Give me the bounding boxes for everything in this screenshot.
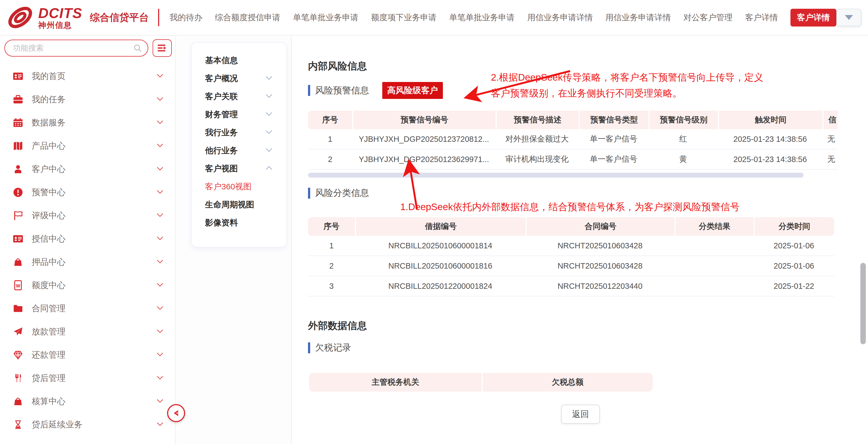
sidebar-item-home[interactable]: 我的首页 xyxy=(0,64,175,88)
nav-tab-customer-detail[interactable]: 客户详情 xyxy=(745,12,778,23)
chevron-down-icon xyxy=(845,15,853,20)
col-contract-no: 合同编号 xyxy=(526,217,674,236)
table-row: 1 NRCBILL2025010600001814 NRCHT202501060… xyxy=(308,236,834,256)
sidebar-item-label: 我的任务 xyxy=(32,94,65,105)
risk-warning-table: 序号 预警信号编号 预警信号描述 预警信号类型 预警信号级别 触发时间 信 1 … xyxy=(308,111,838,170)
sidebar-item-product-center[interactable]: 产品中心 xyxy=(0,134,175,157)
sidebar-item-customer-center[interactable]: 客户中心 xyxy=(0,157,175,181)
back-button[interactable]: 返回 xyxy=(561,405,600,424)
submenu-item-label: 影像资料 xyxy=(205,217,238,229)
chevron-down-icon xyxy=(265,148,273,153)
document-w-icon: W xyxy=(12,280,24,291)
annotation-2-line2: 客户预警级别，在业务侧执行不同受理策略。 xyxy=(491,85,764,101)
chevron-down-icon xyxy=(156,352,163,358)
submenu-item-lifecycle-view[interactable]: 生命周期视图 xyxy=(191,196,286,214)
chevron-down-icon xyxy=(156,213,163,218)
col-classify-result: 分类结果 xyxy=(674,217,753,236)
sidebar-item-label: 贷后延续业务 xyxy=(32,419,83,430)
tabs-overflow-dropdown[interactable] xyxy=(836,9,862,26)
nav-tab-under-limit[interactable]: 额度项下业务申请 xyxy=(371,12,437,23)
sidebar-item-post-loan-mgmt[interactable]: 贷后管理 xyxy=(0,366,175,390)
submenu-item-image-materials[interactable]: 影像资料 xyxy=(191,214,286,232)
chevron-down-icon xyxy=(156,189,163,195)
nav-tab-credit-apply[interactable]: 综合额度授信申请 xyxy=(215,12,280,23)
annotation-2: 2.根据DeepSeek传导策略，将客户名下预警信号向上传导，定义 客户预警级别… xyxy=(491,69,764,101)
nav-tab-loan-detail-1[interactable]: 用信业务申请详情 xyxy=(527,12,593,23)
risk-classification-label: 风险分类信息 xyxy=(315,187,369,199)
vertical-scrollbar[interactable] xyxy=(860,263,866,344)
risk-classification-section-header: 风险分类信息 xyxy=(308,187,369,199)
submenu-item-financial-mgmt[interactable]: 财务管理 xyxy=(191,106,286,123)
chevron-down-icon xyxy=(156,306,163,311)
sidebar-item-label: 数据服务 xyxy=(32,117,65,128)
brand-logo: DCITS 神州信息 综合信贷平台 xyxy=(6,3,149,32)
sidebar-item-accounting-center[interactable]: 核算中心 xyxy=(0,390,175,413)
submenu-item-label: 客户概况 xyxy=(205,73,238,84)
submenu-item-label: 客户360视图 xyxy=(205,181,251,193)
id-card-icon xyxy=(12,71,24,82)
table-row: 3 NRCBILL2025012200001824 NRCHT202501220… xyxy=(308,276,834,296)
sidebar-item-data-services[interactable]: 数据服务 xyxy=(0,111,175,134)
nav-tab-todo[interactable]: 我的待办 xyxy=(169,12,202,23)
sidebar-item-credit-center[interactable]: 授信中心 xyxy=(0,227,175,250)
sidebar-item-disbursement-mgmt[interactable]: 放款管理 xyxy=(0,320,175,343)
nav-tab-single-batch-2[interactable]: 单笔单批业务申请 xyxy=(449,12,515,23)
submenu-item-basic-info[interactable]: 基本信息 xyxy=(191,51,286,69)
sidebar-collapse-button[interactable] xyxy=(167,404,185,422)
submenu-item-our-bank-business[interactable]: 我行业务 xyxy=(191,123,286,142)
paper-plane-icon xyxy=(12,326,24,337)
submenu-item-customer-360-view[interactable]: 客户360视图 xyxy=(191,178,286,196)
brand-company-cn: 神州信息 xyxy=(38,21,82,29)
sidebar-item-warning-center[interactable]: 预警中心 xyxy=(0,181,175,204)
table-header-row: 序号 借据编号 合同编号 分类结果 分类时间 xyxy=(308,217,834,236)
hourglass-icon xyxy=(12,419,24,430)
bag-icon xyxy=(12,396,24,407)
customer-detail-subpanel: 基本信息 客户概况 客户关联 财务管理 我行业务 他行业务 客户视图 客户360… xyxy=(176,36,291,444)
tax-arrears-label: 欠税记录 xyxy=(315,342,351,354)
risk-warning-section-header: 风险预警信息 高风险级客户 xyxy=(308,82,443,99)
sidebar-item-label: 额度中心 xyxy=(32,279,65,291)
sidebar-item-label: 客户中心 xyxy=(32,164,65,175)
primary-sidebar: 我的首页 我的任务 数据服务 产品中心 客户中心 预警中心 xyxy=(0,36,176,444)
sidebar-item-repayment-mgmt[interactable]: 还款管理 xyxy=(0,343,175,366)
nav-tab-corp-customer[interactable]: 对公客户管理 xyxy=(683,12,733,23)
sidebar-item-label: 我的首页 xyxy=(32,70,65,82)
sidebar-item-rating-center[interactable]: 评级中心 xyxy=(0,204,175,227)
sidebar-item-label: 评级中心 xyxy=(32,210,65,221)
sidebar-item-tasks[interactable]: 我的任务 xyxy=(0,88,175,111)
brand-swirl-icon xyxy=(6,3,34,32)
function-search-input[interactable] xyxy=(4,40,148,57)
sidebar-item-loan-continuation[interactable]: 贷后延续业务 xyxy=(0,413,175,436)
chevron-down-icon xyxy=(156,259,163,265)
submenu-item-customer-relations[interactable]: 客户关联 xyxy=(191,87,286,106)
alert-circle-icon xyxy=(12,187,24,198)
submenu-item-customer-view[interactable]: 客户视图 xyxy=(191,159,286,178)
col-trigger-time: 触发时间 xyxy=(718,111,823,129)
search-icon xyxy=(133,43,142,53)
sidebar-item-label: 产品中心 xyxy=(32,140,65,152)
submenu-item-other-bank-business[interactable]: 他行业务 xyxy=(191,142,286,159)
product-title: 综合信贷平台 xyxy=(90,11,149,24)
nav-tab-customer-detail-active[interactable]: 客户详情 xyxy=(790,9,836,27)
nav-tab-loan-detail-2[interactable]: 用信业务申请详情 xyxy=(605,12,671,23)
sidebar-item-collateral-center[interactable]: 押品中心 xyxy=(0,250,175,273)
chevron-down-icon xyxy=(156,143,163,149)
chevron-down-icon xyxy=(156,97,163,102)
sidebar-item-contract-mgmt[interactable]: 合同管理 xyxy=(0,297,175,320)
table-row: 2 YJBHYJXH_DGP20250123629971... 审计机构出现变化… xyxy=(308,149,838,170)
menu-collapse-button[interactable] xyxy=(153,39,172,57)
submenu-item-label: 客户视图 xyxy=(205,163,238,174)
sidebar-item-label: 还款管理 xyxy=(32,349,65,361)
sidebar-item-label: 合同管理 xyxy=(32,303,65,314)
col-signal-no: 预警信号编号 xyxy=(352,111,496,129)
section-bar xyxy=(308,85,310,96)
col-tax-authority: 主管税务机关 xyxy=(309,373,482,391)
briefcase-icon xyxy=(12,94,24,105)
nav-tab-single-batch-1[interactable]: 单笔单批业务申请 xyxy=(293,12,359,23)
annotation-1: 1.DeepSeek依托内外部数据信息，结合预警信号体系，为客户探测风险预警信号 xyxy=(400,199,740,215)
sidebar-item-limit-center[interactable]: W 额度中心 xyxy=(0,273,175,297)
arrow-left-icon xyxy=(172,409,180,417)
customer-360-content: 内部风险信息 风险预警信息 高风险级客户 2.根据DeepSeek传导策略，将客… xyxy=(292,36,868,444)
horizontal-scrollbar[interactable] xyxy=(308,173,804,178)
submenu-item-customer-overview[interactable]: 客户概况 xyxy=(191,69,286,87)
